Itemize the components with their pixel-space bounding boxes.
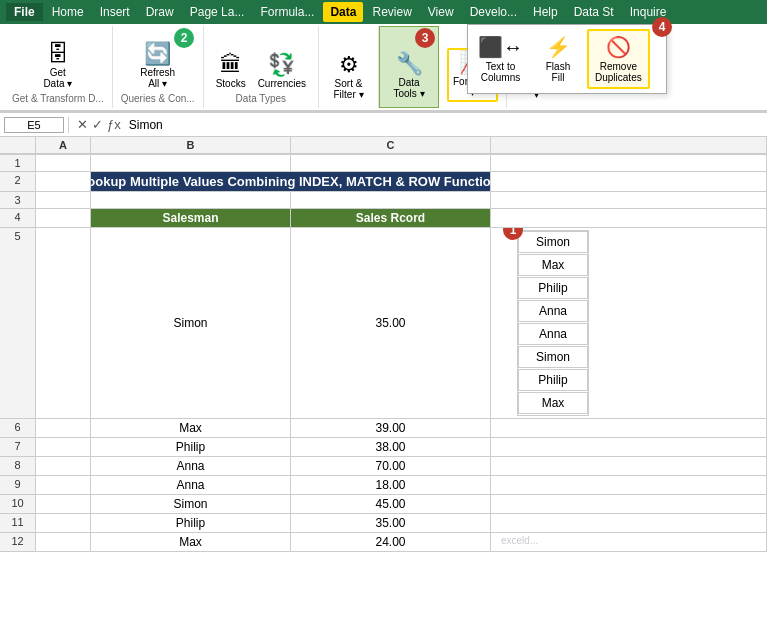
formula-bar-separator: [68, 117, 69, 133]
table-row: 8 Anna 70.00: [0, 457, 767, 476]
formula-input[interactable]: [125, 118, 763, 132]
cell-rest-9: [491, 476, 767, 495]
cell-b3[interactable]: [91, 192, 291, 209]
ribbon-group-queries: 🔄 RefreshAll ▾ 2 Queries & Con...: [113, 26, 204, 108]
cell-c5[interactable]: 35.00: [291, 228, 491, 419]
cell-b8[interactable]: Anna: [91, 457, 291, 476]
cancel-icon[interactable]: ✕: [77, 117, 88, 132]
row-num-9: 9: [0, 476, 36, 495]
refresh-all-button[interactable]: 🔄 RefreshAll ▾: [136, 41, 179, 91]
watermark: exceld...: [501, 535, 538, 546]
cell-a12[interactable]: [36, 533, 91, 552]
cell-a11[interactable]: [36, 514, 91, 533]
cell-c11[interactable]: 35.00: [291, 514, 491, 533]
currencies-button[interactable]: 💱 Currencies: [254, 52, 310, 91]
cell-b9[interactable]: Anna: [91, 476, 291, 495]
text-to-columns-button[interactable]: ⬛↔ Text toColumns: [472, 29, 529, 89]
menu-draw[interactable]: Draw: [139, 2, 181, 22]
side-list-item[interactable]: Simon: [518, 346, 588, 368]
row-num-4: 4: [0, 209, 36, 228]
data-tools-button[interactable]: 🔧 DataTools ▾: [389, 51, 428, 101]
cell-b12[interactable]: Max: [91, 533, 291, 552]
stocks-label: Stocks: [216, 78, 246, 89]
menu-help[interactable]: Help: [526, 2, 565, 22]
menu-pagelayout[interactable]: Page La...: [183, 2, 252, 22]
side-list-item[interactable]: Simon: [518, 231, 588, 253]
col-header-a: A: [36, 137, 91, 154]
cell-a1[interactable]: [36, 155, 91, 172]
menu-data[interactable]: Data: [323, 2, 363, 22]
cell-c10[interactable]: 45.00: [291, 495, 491, 514]
file-menu[interactable]: File: [6, 3, 43, 21]
spreadsheet-rows: 1 2 Vlookup Multiple Values Combining IN…: [0, 155, 767, 552]
refresh-all-icon: 🔄: [144, 43, 171, 65]
cell-a5[interactable]: [36, 228, 91, 419]
data-tools-label: DataTools ▾: [393, 77, 424, 99]
flash-fill-button[interactable]: ⚡ FlashFill: [533, 29, 583, 89]
ribbon-group-get-transform: 🗄 GetData ▾ Get & Transform D...: [4, 26, 113, 108]
sort-filter-button[interactable]: ⚙ Sort &Filter ▾: [330, 52, 368, 102]
cell-a4[interactable]: [36, 209, 91, 228]
function-icon[interactable]: ƒx: [107, 117, 121, 132]
cell-c9[interactable]: 18.00: [291, 476, 491, 495]
cell-a10[interactable]: [36, 495, 91, 514]
stocks-button[interactable]: 🏛 Stocks: [212, 52, 250, 91]
cell-b1[interactable]: [91, 155, 291, 172]
currencies-icon: 💱: [268, 54, 295, 76]
cell-b11[interactable]: Philip: [91, 514, 291, 533]
cell-a3[interactable]: [36, 192, 91, 209]
cell-c1[interactable]: [291, 155, 491, 172]
menu-developer[interactable]: Develo...: [463, 2, 524, 22]
cell-c3[interactable]: [291, 192, 491, 209]
spreadsheet: A B C 1 2 Vlookup Multiple Values Combin…: [0, 137, 767, 552]
ribbon-group-data-types: 🏛 Stocks 💱 Currencies Data Types: [204, 26, 319, 108]
cell-rest-7: [491, 438, 767, 457]
cell-rest-6: [491, 419, 767, 438]
side-list-item[interactable]: Max: [518, 254, 588, 276]
table-row: 11 Philip 35.00: [0, 514, 767, 533]
remove-duplicates-button[interactable]: 🚫 RemoveDuplicates: [587, 29, 650, 89]
cell-c8[interactable]: 70.00: [291, 457, 491, 476]
side-list-item[interactable]: Max: [518, 392, 588, 414]
side-list-item[interactable]: Philip: [518, 277, 588, 299]
cell-a6[interactable]: [36, 419, 91, 438]
row-num-6: 6: [0, 419, 36, 438]
remove-duplicates-icon: 🚫: [606, 35, 631, 59]
cell-b7[interactable]: Philip: [91, 438, 291, 457]
cell-a8[interactable]: [36, 457, 91, 476]
cell-a7[interactable]: [36, 438, 91, 457]
menu-home[interactable]: Home: [45, 2, 91, 22]
cell-b4-header[interactable]: Salesman: [91, 209, 291, 228]
table-row: 6 Max 39.00: [0, 419, 767, 438]
cell-a2[interactable]: [36, 172, 91, 192]
menu-review[interactable]: Review: [365, 2, 418, 22]
sort-filter-icon: ⚙: [339, 54, 359, 76]
menu-datast[interactable]: Data St: [567, 2, 621, 22]
cell-c6[interactable]: 39.00: [291, 419, 491, 438]
cell-b10[interactable]: Simon: [91, 495, 291, 514]
menu-view[interactable]: View: [421, 2, 461, 22]
data-tools-icon: 🔧: [396, 53, 423, 75]
row-num-3: 3: [0, 192, 36, 209]
get-data-label: GetData ▾: [43, 67, 72, 89]
side-list-item[interactable]: Philip: [518, 369, 588, 391]
menu-formulas[interactable]: Formula...: [253, 2, 321, 22]
cell-c12[interactable]: 24.00: [291, 533, 491, 552]
cell-b2-title[interactable]: Vlookup Multiple Values Combining INDEX,…: [91, 172, 491, 192]
name-box[interactable]: [4, 117, 64, 133]
cell-b5[interactable]: Simon: [91, 228, 291, 419]
cell-c4-header[interactable]: Sales Rcord: [291, 209, 491, 228]
get-data-button[interactable]: 🗄 GetData ▾: [39, 41, 76, 91]
group-label-queries: Queries & Con...: [121, 91, 195, 104]
row-num-2: 2: [0, 172, 36, 192]
confirm-icon[interactable]: ✓: [92, 117, 103, 132]
side-list-item[interactable]: Anna: [518, 300, 588, 322]
cell-b6[interactable]: Max: [91, 419, 291, 438]
menu-insert[interactable]: Insert: [93, 2, 137, 22]
remove-duplicates-label: RemoveDuplicates: [595, 61, 642, 83]
cell-a9[interactable]: [36, 476, 91, 495]
cell-c7[interactable]: 38.00: [291, 438, 491, 457]
ribbon-group-sort-filter: ⚙ Sort &Filter ▾ 3: [319, 26, 379, 108]
cell-rest-3: [491, 192, 767, 209]
side-list-item[interactable]: Anna: [518, 323, 588, 345]
